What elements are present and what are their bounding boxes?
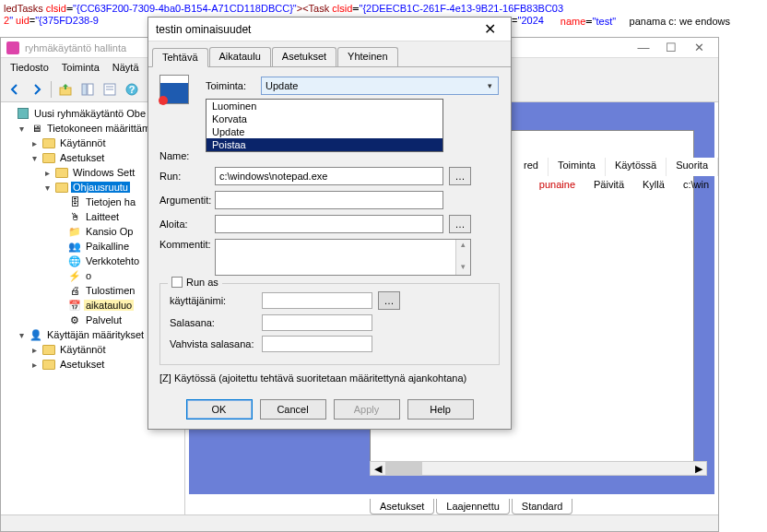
runas-checkbox[interactable] — [171, 277, 183, 288]
comments-textarea[interactable]: ▴▾ — [215, 239, 471, 276]
properties-button[interactable] — [100, 79, 120, 100]
action-dropdown-list: Luominen Korvata Update Poistaa — [206, 99, 443, 152]
password-label: Salasana: — [170, 317, 262, 328]
minimize-button[interactable]: — — [630, 39, 657, 57]
properties-dialog: testin ominaisuudet ✕ Tehtävä Aikataulu … — [148, 17, 512, 430]
start-in-label: Aloita: — [159, 219, 215, 230]
confirm-password-label: Vahvista salasana: — [170, 338, 262, 349]
col-red[interactable]: red — [514, 158, 549, 176]
menu-action[interactable]: Toiminta — [56, 60, 105, 75]
username-label: käyttäjänimi: — [170, 295, 262, 306]
dd-delete[interactable]: Poistaa — [206, 138, 442, 151]
task-icon — [159, 75, 189, 104]
maximize-button[interactable]: ☐ — [657, 39, 685, 57]
runas-label: Run as — [186, 277, 218, 288]
scroll-left-icon[interactable]: ◀ — [371, 462, 385, 475]
bottom-tabs: Asetukset Laajennettu Standard — [185, 499, 574, 514]
action-combobox[interactable]: Update ▾ — [261, 77, 499, 95]
dialog-title: testin ominaisuudet — [156, 23, 476, 36]
help-button[interactable]: ? — [122, 79, 142, 100]
dialog-button-row: OK Cancel Apply Help — [148, 399, 511, 420]
action-value: Update — [266, 80, 298, 91]
app-icon — [6, 41, 19, 54]
tab-common[interactable]: Yhteinen — [337, 47, 397, 66]
dialog-close-button[interactable]: ✕ — [476, 19, 503, 40]
username-input[interactable] — [262, 292, 372, 309]
scroll-thumb[interactable] — [385, 462, 422, 475]
col-enabled[interactable]: Käytössä — [606, 158, 667, 176]
start-in-input[interactable] — [215, 215, 443, 233]
tab-extended[interactable]: Laajennettu — [436, 499, 510, 514]
run-input[interactable] — [215, 167, 443, 185]
comments-label: Kommentit: — [159, 239, 215, 250]
help-button[interactable]: Help — [407, 399, 474, 420]
browse-start-button[interactable]: … — [449, 215, 471, 233]
close-button[interactable]: ✕ — [685, 39, 713, 57]
table-row[interactable]: punaine Päivitä Kyllä c:\win — [530, 178, 718, 195]
dd-replace[interactable]: Korvata — [206, 112, 442, 125]
menu-view[interactable]: Näytä — [107, 60, 145, 75]
tab-schedule[interactable]: Aikataulu — [209, 47, 271, 66]
confirm-password-input[interactable] — [262, 336, 372, 352]
browse-run-button[interactable]: … — [449, 167, 471, 185]
show-hide-button[interactable] — [77, 79, 98, 100]
list-header: red Toiminta Käytössä Suorita — [514, 158, 718, 176]
cell-enabled: Kyllä — [633, 178, 674, 195]
scroll-right-icon[interactable]: ▶ — [691, 462, 706, 475]
up-button[interactable] — [55, 79, 76, 100]
cell-action: Päivitä — [584, 178, 633, 195]
col-action[interactable]: Toiminta — [549, 158, 606, 176]
status-bar — [1, 514, 718, 531]
enabled-row: [Z] Käytössä (ajoitettu tehtävä suoritet… — [159, 372, 500, 384]
arguments-input[interactable] — [215, 191, 443, 209]
cancel-button[interactable]: Cancel — [260, 399, 326, 420]
svg-rect-2 — [88, 84, 93, 95]
tab-standard[interactable]: Standard — [512, 499, 573, 514]
dialog-tabs: Tehtävä Aikataulu Asetukset Yhteinen — [148, 41, 511, 67]
tab-settings[interactable]: Asetukset — [370, 499, 434, 514]
tab-settings2[interactable]: Asetukset — [272, 47, 336, 66]
dialog-titlebar: testin ominaisuudet ✕ — [148, 18, 511, 41]
action-label: Toiminta: — [206, 80, 261, 91]
browse-user-button[interactable]: … — [378, 291, 400, 310]
arguments-label: Argumentit: — [159, 195, 215, 206]
password-input[interactable] — [262, 314, 372, 331]
run-label: Run: — [159, 171, 215, 182]
cell-name: punaine — [530, 178, 584, 195]
runas-groupbox: Run as käyttäjänimi: … Salasana: Vahvist… — [159, 283, 500, 365]
ok-button[interactable]: OK — [186, 399, 253, 420]
svg-rect-1 — [82, 84, 87, 95]
dd-create[interactable]: Luominen — [206, 100, 442, 112]
menu-file[interactable]: Tiedosto — [5, 60, 54, 75]
dialog-body: Toiminta: Update ▾ Luominen Korvata Upda… — [148, 67, 511, 394]
svg-text:?: ? — [129, 84, 136, 95]
cell-run: c:\win — [674, 178, 718, 195]
horizontal-scrollbar[interactable]: ◀ ▶ — [370, 461, 707, 476]
tab-task[interactable]: Tehtävä — [152, 48, 208, 67]
comments-scrollbar[interactable]: ▴▾ — [455, 240, 470, 275]
col-run[interactable]: Suorita — [667, 158, 718, 176]
apply-button[interactable]: Apply — [334, 399, 400, 420]
enabled-text: [Z] Käytössä (ajoitettu tehtävä suoritet… — [159, 372, 466, 384]
chevron-down-icon: ▾ — [488, 81, 492, 90]
dd-update[interactable]: Update — [206, 125, 442, 138]
forward-button[interactable] — [27, 79, 47, 100]
name-fragment: name="test" panama c: we endows — [560, 15, 730, 28]
back-button[interactable] — [5, 79, 25, 100]
